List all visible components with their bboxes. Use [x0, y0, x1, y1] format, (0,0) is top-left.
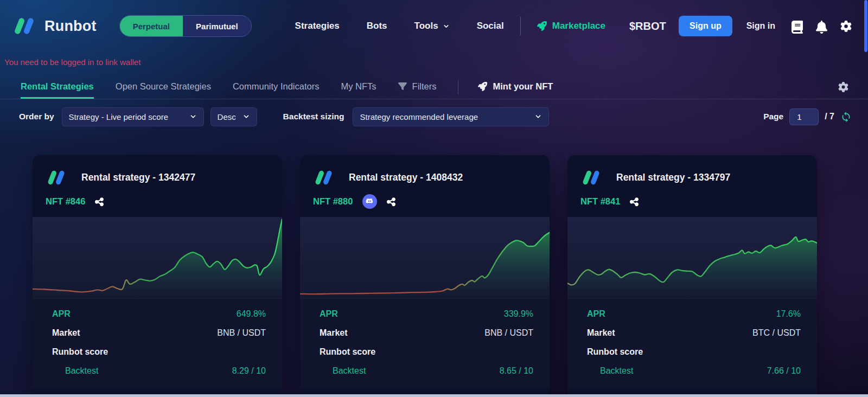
strategy-cards-grid: Rental strategy - 1342477 NFT #846 APR 6…: [0, 155, 868, 397]
backtest-sizing-value: Strategy recommended leverage: [360, 112, 478, 121]
discord-icon[interactable]: [362, 194, 377, 209]
performance-sparkline-chart: [567, 217, 817, 298]
stat-row-market: Market BNB / USDT: [52, 323, 266, 342]
share-icon[interactable]: [630, 197, 639, 206]
notifications-bell-icon[interactable]: [816, 21, 827, 32]
apr-label: APR: [320, 309, 338, 319]
marketplace-tabs: Rental StrategiesOpen Source StrategiesC…: [0, 75, 868, 99]
share-icon[interactable]: [387, 197, 395, 206]
tab-community-indicators[interactable]: Community Indicators: [233, 75, 320, 99]
strategy-title: Rental strategy - 1408432: [349, 172, 463, 183]
chevron-down-icon: [189, 113, 197, 120]
nft-id: NFT #841: [580, 196, 620, 207]
tab-open-source-strategies[interactable]: Open Source Strategies: [116, 75, 211, 99]
strategy-card[interactable]: Rental strategy - 1342477 NFT #846 APR 6…: [33, 155, 282, 397]
navbar: Runbot Perpetual Parimutuel StrategiesBo…: [0, 0, 868, 52]
filter-funnel-icon: [398, 82, 407, 91]
backtest-sizing-label: Backtest sizing: [283, 112, 344, 121]
nav-link-label: Strategies: [295, 21, 340, 31]
nav-link-label: Social: [477, 21, 504, 31]
tab-filters-label: Filters: [412, 81, 437, 92]
nav-link-social[interactable]: Social: [477, 21, 504, 31]
chevron-down-icon: [242, 113, 250, 120]
apr-value: 339.9%: [504, 309, 533, 319]
apr-value: 649.8%: [237, 309, 266, 319]
vertical-scrollbar-thumb[interactable]: [864, 0, 867, 52]
signin-button[interactable]: Sign in: [746, 21, 775, 31]
strategy-card[interactable]: Rental strategy - 1334797 NFT #841 APR 1…: [567, 155, 817, 397]
backtest-value: 7.66 / 10: [767, 366, 801, 376]
strategy-card[interactable]: Rental strategy - 1408432 NFT #880 APR 3…: [300, 155, 550, 397]
runbot-score-label: Runbot score: [320, 347, 375, 357]
runbot-score-label: Runbot score: [587, 347, 643, 357]
tab-mint-your-nft[interactable]: Mint your NFT: [478, 75, 553, 99]
share-icon[interactable]: [95, 197, 104, 206]
nft-id: NFT #880: [313, 196, 353, 207]
page-label: Page: [763, 112, 783, 121]
order-by-label: Order by: [19, 112, 54, 121]
apr-label: APR: [52, 309, 71, 319]
perpetual-parimutuel-toggle[interactable]: Perpetual Parimutuel: [119, 15, 252, 37]
stat-row-market: Market BTC / USDT: [587, 323, 801, 342]
strategy-stats: APR 339.9% Market BNB / USDT Runbot scor…: [300, 298, 550, 388]
toggle-parimutuel[interactable]: Parimutuel: [183, 16, 251, 36]
tab-rental-strategies[interactable]: Rental Strategies: [21, 75, 94, 99]
sort-direction-value: Desc: [218, 112, 236, 121]
stat-row-apr: APR 339.9%: [320, 304, 533, 323]
nav-link-bots[interactable]: Bots: [367, 21, 387, 31]
strategy-stats: APR 649.8% Market BNB / USDT Runbot scor…: [33, 298, 282, 388]
performance-sparkline-chart: [33, 217, 282, 298]
settings-gear-icon[interactable]: [840, 21, 852, 32]
login-warning-message: You need to be logged in to link wallet: [4, 57, 868, 67]
market-value: BTC / USDT: [752, 328, 801, 338]
backtest-label: Backtest: [587, 366, 633, 376]
runbot-score-label: Runbot score: [52, 347, 108, 357]
tab-my-nfts[interactable]: My NFTs: [341, 75, 376, 99]
list-controls: Order by Strategy - Live period score De…: [0, 99, 868, 134]
marketplace-label: Marketplace: [552, 21, 605, 31]
strategy-title: Rental strategy - 1342477: [81, 172, 195, 183]
stat-row-backtest: Backtest 7.66 / 10: [587, 361, 801, 380]
runbot-logo-icon: [580, 169, 602, 186]
runbot-logo-icon: [46, 169, 67, 186]
stat-row-backtest: Backtest 8.65 / 10: [320, 361, 533, 380]
nav-links: StrategiesBotsToolsSocial: [295, 21, 504, 31]
runbot-logo-icon: [313, 169, 335, 186]
order-by-select[interactable]: Strategy - Live period score: [62, 107, 204, 126]
nav-link-rbot-token[interactable]: $RBOT: [629, 20, 666, 33]
refresh-icon[interactable]: [840, 111, 852, 123]
sort-direction-select[interactable]: Desc: [210, 107, 257, 126]
signup-button[interactable]: Sign up: [679, 16, 732, 36]
nav-link-marketplace[interactable]: Marketplace: [537, 21, 605, 31]
chevron-down-icon: [443, 23, 450, 30]
nft-id: NFT #846: [46, 196, 85, 207]
horizontal-scrollbar[interactable]: [0, 394, 868, 397]
page-number-input[interactable]: [789, 108, 819, 125]
toggle-perpetual[interactable]: Perpetual: [120, 16, 183, 36]
nav-link-tools[interactable]: Tools: [414, 21, 450, 31]
rocket-icon: [537, 21, 547, 31]
nav-link-strategies[interactable]: Strategies: [295, 21, 340, 31]
market-label: Market: [320, 328, 348, 338]
market-label: Market: [587, 328, 615, 338]
stat-row-runbot-score: Runbot score: [52, 342, 266, 361]
stat-row-runbot-score: Runbot score: [320, 342, 533, 361]
page-total: / 7: [825, 112, 834, 121]
nav-link-label: Tools: [414, 21, 438, 31]
market-label: Market: [52, 328, 80, 338]
backtest-sizing-select[interactable]: Strategy recommended leverage: [353, 107, 549, 126]
rocket-icon: [478, 82, 487, 91]
tab-filters[interactable]: Filters: [398, 75, 437, 99]
strategy-stats: APR 17.6% Market BTC / USDT Runbot score…: [567, 298, 817, 388]
docs-icon[interactable]: [792, 21, 803, 32]
stat-row-market: Market BNB / USDT: [320, 323, 533, 342]
tabs-settings-gear-icon[interactable]: [838, 82, 848, 92]
backtest-value: 8.65 / 10: [500, 366, 533, 376]
order-by-value: Strategy - Live period score: [69, 112, 168, 121]
tabs-divider: [458, 80, 458, 94]
nav-divider: [520, 17, 521, 35]
stat-row-apr: APR 649.8%: [52, 304, 266, 323]
brand[interactable]: Runbot: [12, 16, 97, 36]
stat-row-runbot-score: Runbot score: [587, 342, 801, 361]
tab-mint-label: Mint your NFT: [493, 81, 553, 92]
